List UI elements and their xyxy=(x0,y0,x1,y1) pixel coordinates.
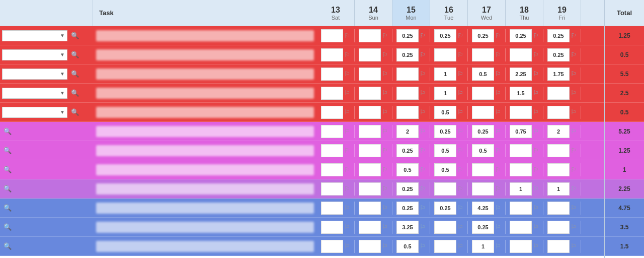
time-empty-4-5[interactable] xyxy=(510,106,532,119)
time-value-8-6[interactable]: 1 xyxy=(547,182,570,196)
comment-icon-4-2[interactable]: ⚐ xyxy=(420,108,426,116)
comment-icon-4-6[interactable]: ⚐ xyxy=(571,108,577,116)
time-empty-3-6[interactable] xyxy=(547,87,570,100)
time-empty-1-4[interactable] xyxy=(472,48,494,61)
time-empty-6-1[interactable] xyxy=(359,144,381,157)
time-empty-4-6[interactable] xyxy=(547,106,570,119)
comment-icon-11-5[interactable]: ⚐ xyxy=(533,242,539,250)
comment-icon-2-1[interactable]: ⚐ xyxy=(382,70,388,78)
search-icon-2[interactable]: 🔍 xyxy=(69,69,80,80)
time-empty-5-0[interactable] xyxy=(321,125,343,138)
search-icon-1[interactable]: 🔍 xyxy=(69,49,80,60)
time-value-9-3[interactable]: 0.25 xyxy=(434,202,456,215)
comment-icon-9-3[interactable]: ⚐ xyxy=(457,204,463,212)
time-value-2-3[interactable]: 1 xyxy=(434,68,456,81)
comment-icon-6-1[interactable]: ⚐ xyxy=(382,147,388,154)
time-empty-1-1[interactable] xyxy=(359,48,381,61)
search-icon-11[interactable]: 🔍 xyxy=(2,241,13,252)
time-value-1-6[interactable]: 0.25 xyxy=(547,48,570,61)
time-empty-11-1[interactable] xyxy=(359,240,381,253)
time-empty-4-4[interactable] xyxy=(472,106,494,119)
row-dropdown-1[interactable]: ▼ xyxy=(2,49,67,60)
comment-icon-5-3[interactable]: ⚐ xyxy=(457,127,463,135)
time-empty-10-6[interactable] xyxy=(547,221,570,234)
time-value-6-3[interactable]: 0.5 xyxy=(434,144,456,157)
comment-icon-3-6[interactable]: ⚐ xyxy=(571,89,577,97)
comment-icon-4-0[interactable]: ⚐ xyxy=(344,108,350,116)
search-icon-0[interactable]: 🔍 xyxy=(69,30,80,41)
comment-icon-7-0[interactable]: ⚐ xyxy=(344,166,350,173)
comment-icon-7-3[interactable]: ⚐ xyxy=(457,166,463,173)
time-empty-10-0[interactable] xyxy=(321,221,343,234)
time-value-5-5[interactable]: 0.75 xyxy=(510,125,532,138)
time-empty-0-0[interactable] xyxy=(321,29,343,42)
time-empty-11-5[interactable] xyxy=(510,240,532,253)
comment-icon-11-3[interactable]: ⚐ xyxy=(457,242,463,250)
comment-icon-8-5[interactable]: ⚐ xyxy=(533,185,539,192)
time-empty-7-6[interactable] xyxy=(547,163,570,176)
time-value-8-2[interactable]: 0.25 xyxy=(396,182,419,196)
comment-icon-5-4[interactable]: ⚐ xyxy=(495,127,501,135)
comment-icon-2-3[interactable]: ⚐ xyxy=(457,70,463,78)
comment-icon-10-5[interactable]: ⚐ xyxy=(533,223,539,231)
time-empty-6-0[interactable] xyxy=(321,144,343,157)
comment-icon-6-3[interactable]: ⚐ xyxy=(457,147,463,154)
time-value-5-3[interactable]: 0.25 xyxy=(434,125,456,138)
time-empty-11-6[interactable] xyxy=(547,240,570,253)
comment-icon-8-4[interactable]: ⚐ xyxy=(495,185,501,192)
comment-icon-10-0[interactable]: ⚐ xyxy=(344,223,350,231)
time-value-11-2[interactable]: 0.5 xyxy=(396,240,419,253)
time-value-0-6[interactable]: 0.25 xyxy=(547,29,570,42)
row-dropdown-0[interactable]: ▼ xyxy=(2,30,67,41)
time-empty-8-4[interactable] xyxy=(472,182,494,196)
search-icon-3[interactable]: 🔍 xyxy=(69,88,80,99)
time-empty-11-0[interactable] xyxy=(321,240,343,253)
time-empty-9-0[interactable] xyxy=(321,202,343,215)
comment-icon-4-5[interactable]: ⚐ xyxy=(533,108,539,116)
row-dropdown-3[interactable]: ▼ xyxy=(2,88,67,99)
comment-icon-0-3[interactable]: ⚐ xyxy=(457,32,463,39)
comment-icon-11-6[interactable]: ⚐ xyxy=(571,242,577,250)
comment-icon-10-4[interactable]: ⚐ xyxy=(495,223,501,231)
time-value-10-4[interactable]: 0.25 xyxy=(472,221,494,234)
time-empty-2-1[interactable] xyxy=(359,68,381,81)
time-value-10-2[interactable]: 3.25 xyxy=(396,221,419,234)
time-empty-3-1[interactable] xyxy=(359,87,381,100)
comment-icon-10-1[interactable]: ⚐ xyxy=(382,223,388,231)
comment-icon-4-4[interactable]: ⚐ xyxy=(495,108,501,116)
time-value-9-4[interactable]: 4.25 xyxy=(472,202,494,215)
comment-icon-9-1[interactable]: ⚐ xyxy=(382,204,388,212)
comment-icon-2-4[interactable]: ⚐ xyxy=(495,70,501,78)
comment-icon-1-1[interactable]: ⚐ xyxy=(382,51,388,58)
search-icon-10[interactable]: 🔍 xyxy=(2,222,13,233)
comment-icon-5-2[interactable]: ⚐ xyxy=(420,127,426,135)
comment-icon-1-6[interactable]: ⚐ xyxy=(571,51,577,58)
time-value-5-4[interactable]: 0.25 xyxy=(472,125,494,138)
time-value-0-5[interactable]: 0.25 xyxy=(510,29,532,42)
comment-icon-9-4[interactable]: ⚐ xyxy=(495,204,501,212)
comment-icon-9-6[interactable]: ⚐ xyxy=(571,204,577,212)
comment-icon-10-2[interactable]: ⚐ xyxy=(420,223,426,231)
search-icon-7[interactable]: 🔍 xyxy=(2,164,13,175)
comment-icon-8-2[interactable]: ⚐ xyxy=(420,185,426,192)
comment-icon-7-2[interactable]: ⚐ xyxy=(420,166,426,173)
time-empty-8-3[interactable] xyxy=(434,182,456,196)
comment-icon-0-5[interactable]: ⚐ xyxy=(533,32,539,39)
time-value-2-6[interactable]: 1.75 xyxy=(547,68,570,81)
comment-icon-6-6[interactable]: ⚐ xyxy=(571,147,577,154)
time-empty-2-2[interactable] xyxy=(396,68,419,81)
search-icon-8[interactable]: 🔍 xyxy=(2,183,13,195)
time-value-4-3[interactable]: 0.5 xyxy=(434,106,456,119)
time-empty-3-4[interactable] xyxy=(472,87,494,100)
time-empty-4-1[interactable] xyxy=(359,106,381,119)
time-empty-1-5[interactable] xyxy=(510,48,532,61)
comment-icon-10-6[interactable]: ⚐ xyxy=(571,223,577,231)
comment-icon-11-4[interactable]: ⚐ xyxy=(495,242,501,250)
time-value-1-2[interactable]: 0.25 xyxy=(396,48,419,61)
comment-icon-6-2[interactable]: ⚐ xyxy=(420,147,426,154)
time-value-0-2[interactable]: 0.25 xyxy=(396,29,419,42)
time-empty-10-1[interactable] xyxy=(359,221,381,234)
comment-icon-8-0[interactable]: ⚐ xyxy=(344,185,350,192)
comment-icon-0-6[interactable]: ⚐ xyxy=(571,32,577,39)
row-dropdown-4[interactable]: ▼ xyxy=(2,107,67,118)
